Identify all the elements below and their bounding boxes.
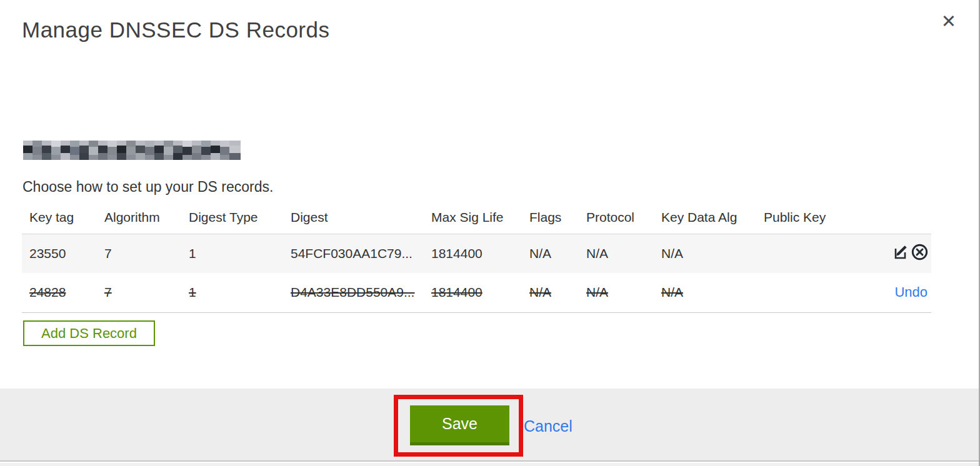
col-max-sig-life: Max Sig Life xyxy=(424,201,522,234)
cell-key-tag: 23550 xyxy=(22,234,97,273)
ds-records-table: Key tag Algorithm Digest Type Digest Max… xyxy=(22,201,931,313)
col-public-key: Public Key xyxy=(756,201,869,234)
add-ds-record-button[interactable]: Add DS Record xyxy=(23,320,155,346)
cell-digest-type: 1 xyxy=(181,273,283,312)
cell-algorithm: 7 xyxy=(97,234,181,273)
col-key-data-alg: Key Data Alg xyxy=(654,201,756,234)
cell-digest: 54FCF030AA1C79... xyxy=(283,234,424,273)
table-header-row: Key tag Algorithm Digest Type Digest Max… xyxy=(22,201,931,234)
cancel-link[interactable]: Cancel xyxy=(524,417,572,435)
cell-key-data-alg: N/A xyxy=(654,273,756,312)
col-digest: Digest xyxy=(283,201,424,234)
undo-link[interactable]: Undo xyxy=(894,284,929,300)
cell-protocol: N/A xyxy=(579,234,654,273)
cell-key-data-alg: N/A xyxy=(654,234,756,273)
cell-algorithm: 7 xyxy=(97,273,181,312)
save-button[interactable]: Save xyxy=(410,405,509,445)
col-flags: Flags xyxy=(522,201,579,234)
cell-key-tag: 24828 xyxy=(22,273,97,312)
table-row: 23550 7 1 54FCF030AA1C79... 1814400 N/A … xyxy=(22,234,931,273)
cell-flags: N/A xyxy=(522,273,579,312)
cell-max-sig-life: 1814400 xyxy=(424,234,522,273)
cell-public-key xyxy=(756,273,869,312)
delete-record-icon[interactable] xyxy=(911,243,929,264)
cell-max-sig-life: 1814400 xyxy=(424,273,522,312)
col-key-tag: Key tag xyxy=(22,201,97,234)
cell-protocol: N/A xyxy=(579,273,654,312)
redacted-domain-name xyxy=(23,141,241,160)
dialog-title: Manage DNSSEC DS Records xyxy=(22,17,329,42)
col-digest-type: Digest Type xyxy=(181,201,283,234)
bottom-strip xyxy=(0,463,980,466)
table-row-deleted: 24828 7 1 D4A33E8DD550A9... 1814400 N/A … xyxy=(22,273,931,312)
close-icon[interactable]: ✕ xyxy=(941,12,956,31)
subtitle: Choose how to set up your DS records. xyxy=(22,179,273,196)
manage-dnssec-dialog: Manage DNSSEC DS Records ✕ Choose how to… xyxy=(0,0,980,466)
cell-flags: N/A xyxy=(522,234,579,273)
cell-public-key xyxy=(756,234,869,273)
col-actions xyxy=(869,201,931,234)
edit-record-icon[interactable] xyxy=(892,244,909,264)
col-protocol: Protocol xyxy=(579,201,654,234)
cell-digest: D4A33E8DD550A9... xyxy=(283,273,424,312)
cell-digest-type: 1 xyxy=(181,234,283,273)
col-algorithm: Algorithm xyxy=(97,201,181,234)
